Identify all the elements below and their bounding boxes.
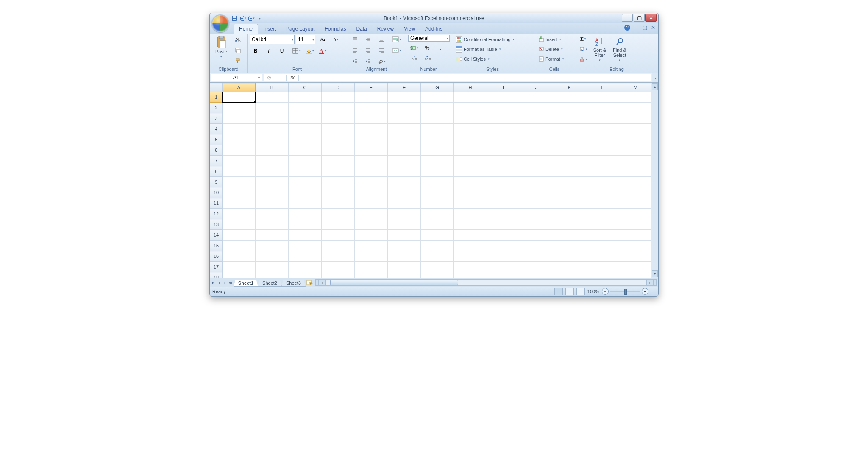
cell[interactable] [289, 272, 322, 278]
cell[interactable] [487, 103, 520, 113]
minimize-button[interactable]: ─ [622, 14, 633, 22]
cell[interactable] [256, 209, 289, 219]
resize-grip-icon[interactable]: ⋰ [651, 289, 656, 294]
font-size-select[interactable]: 11 [296, 35, 315, 44]
cell[interactable] [355, 209, 388, 219]
ribbon-minimize-icon[interactable]: ─ [634, 25, 639, 30]
align-middle-icon[interactable] [362, 35, 374, 44]
cell[interactable] [289, 124, 322, 134]
cell[interactable] [520, 156, 553, 166]
cell[interactable] [289, 177, 322, 187]
cell[interactable] [586, 262, 619, 272]
sheet-tab[interactable]: Sheet3 [281, 280, 306, 287]
cell[interactable] [487, 198, 520, 209]
cell[interactable] [355, 113, 388, 124]
format-as-table-button[interactable]: Format as Table [453, 45, 531, 53]
cell[interactable] [289, 134, 322, 145]
cell[interactable] [388, 156, 421, 166]
cell[interactable] [553, 187, 586, 198]
cell[interactable] [454, 251, 487, 262]
cell[interactable] [223, 113, 256, 124]
fill-icon[interactable] [577, 45, 589, 54]
cell[interactable] [586, 156, 619, 166]
column-header[interactable]: E [355, 83, 388, 92]
scroll-left-icon[interactable]: ◂ [319, 279, 326, 286]
font-color-icon[interactable]: A [317, 46, 329, 56]
cell[interactable] [553, 272, 586, 278]
paste-button[interactable]: Paste ▾ [212, 35, 231, 59]
cell[interactable] [289, 113, 322, 124]
cell[interactable] [487, 272, 520, 278]
cell[interactable] [619, 103, 651, 113]
cell[interactable] [586, 113, 619, 124]
prev-sheet-icon[interactable]: ◂ [216, 279, 222, 286]
cell[interactable] [322, 209, 355, 219]
format-painter-icon[interactable] [232, 56, 244, 65]
cell[interactable] [289, 262, 322, 272]
cell[interactable] [520, 113, 553, 124]
row-header[interactable]: 13 [210, 219, 223, 230]
cell[interactable] [586, 177, 619, 187]
cell[interactable] [256, 262, 289, 272]
workbook-restore-icon[interactable]: ▢ [642, 25, 647, 30]
cell[interactable] [487, 177, 520, 187]
row-header[interactable]: 9 [210, 177, 223, 187]
cell[interactable] [520, 134, 553, 145]
cell[interactable] [289, 166, 322, 177]
cell[interactable] [322, 113, 355, 124]
cell[interactable] [256, 156, 289, 166]
cell[interactable] [520, 219, 553, 230]
cancel-formula-icon[interactable]: ⊘ [264, 75, 274, 81]
row-header[interactable]: 11 [210, 198, 223, 209]
column-header[interactable]: H [454, 83, 487, 92]
cell[interactable] [487, 134, 520, 145]
formula-input[interactable] [299, 75, 651, 81]
cell[interactable] [322, 241, 355, 251]
cell[interactable] [355, 166, 388, 177]
row-header[interactable]: 8 [210, 166, 223, 177]
cell[interactable] [223, 219, 256, 230]
cell[interactable] [355, 262, 388, 272]
tab-formulas[interactable]: Formulas [320, 24, 351, 34]
cell[interactable] [619, 166, 651, 177]
cell[interactable] [355, 219, 388, 230]
row-header[interactable]: 12 [210, 209, 223, 219]
cell[interactable] [454, 177, 487, 187]
cell[interactable] [619, 134, 651, 145]
cell[interactable] [421, 145, 454, 156]
cell[interactable] [223, 177, 256, 187]
office-button[interactable] [211, 14, 229, 32]
row-header[interactable]: 10 [210, 187, 223, 198]
cell[interactable] [322, 262, 355, 272]
close-button[interactable]: ✕ [645, 14, 657, 22]
currency-icon[interactable]: $ [408, 43, 420, 53]
cell[interactable] [421, 241, 454, 251]
conditional-formatting-button[interactable]: Conditional Formatting [453, 35, 531, 44]
cell[interactable] [355, 272, 388, 278]
autosum-icon[interactable]: Σ [577, 34, 589, 44]
cell[interactable] [289, 209, 322, 219]
delete-cells-button[interactable]: Delete [536, 45, 573, 53]
clear-icon[interactable] [577, 55, 589, 64]
sheet-tab[interactable]: Sheet1 [234, 280, 258, 287]
cell[interactable] [388, 187, 421, 198]
underline-icon[interactable]: U [276, 46, 288, 56]
cell[interactable] [520, 262, 553, 272]
cell[interactable] [256, 103, 289, 113]
cell[interactable] [421, 177, 454, 187]
cell[interactable] [223, 230, 256, 241]
tab-insert[interactable]: Insert [258, 24, 281, 34]
spreadsheet-grid[interactable]: ABCDEFGHIJKLM 12345678910111213141516171… [210, 83, 651, 278]
cell[interactable] [520, 103, 553, 113]
row-header[interactable]: 17 [210, 262, 223, 272]
align-center-icon[interactable] [362, 46, 374, 55]
cell[interactable] [256, 113, 289, 124]
cell[interactable] [289, 187, 322, 198]
cell[interactable] [454, 219, 487, 230]
cell[interactable] [487, 230, 520, 241]
cell[interactable] [322, 187, 355, 198]
select-all-corner[interactable] [210, 83, 223, 92]
cell[interactable] [256, 92, 289, 103]
cell[interactable] [421, 198, 454, 209]
cell[interactable] [454, 124, 487, 134]
